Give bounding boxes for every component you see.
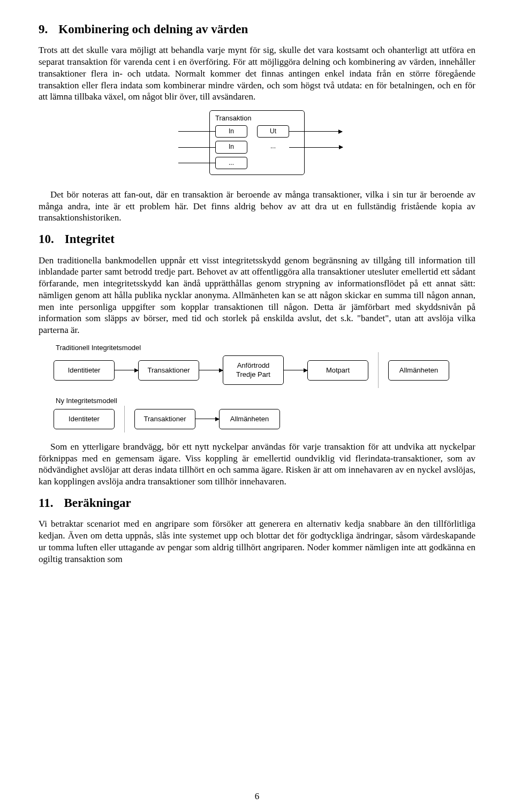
separator <box>124 406 125 432</box>
new-privacy-model: Ny Integritetsmodell Identiteter Transak… <box>54 397 475 429</box>
new-public-box: Allmänheten <box>219 409 280 429</box>
transaction-diagram: Transaktion In Ut In ... ... <box>39 110 475 175</box>
traditional-privacy-model: Traditionell Integritetsmodel Identitiet… <box>54 344 475 385</box>
new-identities-box: Identiteter <box>54 409 115 429</box>
trad-transactions-box: Transaktioner <box>138 360 199 381</box>
transaction-box: Transaktion In Ut In ... ... <box>209 110 305 175</box>
section-9-paragraph-2: Det bör noteras att fan-out, där en tran… <box>39 189 475 224</box>
new-transactions-box: Transaktioner <box>134 409 195 429</box>
arrow-icon <box>284 370 307 370</box>
new-model-title: Ny Integritetsmodell <box>56 397 475 406</box>
section-11-number: 11. <box>39 496 53 510</box>
arrow-icon <box>199 370 223 370</box>
trad-counterparty-box: Motpart <box>307 360 368 381</box>
section-11-title: Beräkningar <box>64 496 131 510</box>
separator <box>378 352 379 388</box>
section-10-number: 10. <box>39 232 54 246</box>
section-9-heading: 9.Kombinering och delning av värden <box>39 21 475 37</box>
section-10-heading: 10.Integritet <box>39 231 475 247</box>
page-number: 6 <box>0 791 514 802</box>
tx-output-1: Ut <box>257 125 289 138</box>
trad-identities-box: Identitieter <box>54 360 115 381</box>
section-9-title: Kombinering och delning av värden <box>58 22 248 36</box>
arrow-icon <box>115 370 138 370</box>
section-10-paragraph-1: Den traditionella bankmodellen uppnår et… <box>39 255 475 336</box>
tx-input-2: In <box>215 141 247 153</box>
section-9-paragraph-1: Trots att det skulle vara möjligt att be… <box>39 44 475 103</box>
tx-output-dots: ... <box>257 141 289 153</box>
section-11-heading: 11.Beräkningar <box>39 495 475 511</box>
tx-input-dots: ... <box>215 157 247 169</box>
traditional-model-title: Traditionell Integritetsmodel <box>56 344 475 353</box>
section-10-title: Integritet <box>65 232 115 246</box>
tx-input-1: In <box>215 125 247 138</box>
section-9-number: 9. <box>39 22 48 36</box>
arrow-icon <box>195 419 219 419</box>
transaction-title: Transaktion <box>215 114 299 123</box>
trad-public-box: Allmänheten <box>388 360 449 381</box>
section-10-paragraph-2: Som en ytterligare brandvägg, bör ett ny… <box>39 441 475 488</box>
section-11-paragraph-1: Vi betraktar scenariot med en angripare … <box>39 518 475 565</box>
trad-trusted-box: Anförtrodd Tredje Part <box>223 355 284 385</box>
